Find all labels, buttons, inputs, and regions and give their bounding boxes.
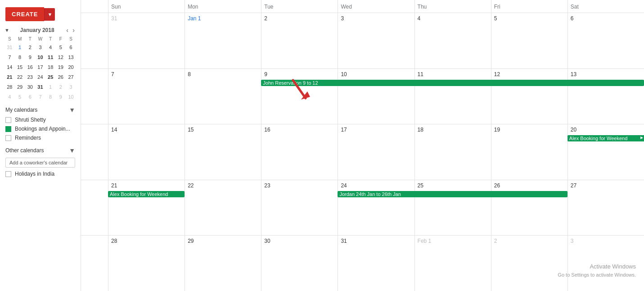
calendar-day-cell[interactable]: 26 [491, 180, 567, 236]
mini-cal-day[interactable]: 14 [5, 62, 15, 72]
calendar-day-cell[interactable]: 15 [185, 124, 261, 180]
mini-cal-day[interactable]: 21 [5, 72, 15, 82]
my-calendars-dropdown[interactable]: ▼ [69, 106, 75, 114]
mini-cal-day[interactable]: 27 [66, 72, 76, 82]
mini-cal-day[interactable]: 22 [15, 72, 25, 82]
mini-cal-day[interactable]: 20 [66, 62, 76, 72]
calendar-bookings[interactable]: Bookings and Appoin... [0, 124, 81, 133]
calendar-day-cell[interactable]: 2 [491, 236, 567, 291]
create-button[interactable]: CREATE [5, 7, 44, 21]
mini-cal-next[interactable]: › [71, 27, 76, 34]
calendar-shruti-shetty[interactable]: Shruti Shetty [0, 115, 81, 124]
calendar-reminders[interactable]: Reminders [0, 133, 81, 142]
calendar-header: Sun Mon Tue Wed Thu Fri Sat [81, 0, 644, 13]
day-number: 5 [494, 15, 497, 22]
calendar-day-cell[interactable]: 23 [261, 180, 338, 236]
reminders-checkbox[interactable] [5, 135, 11, 141]
mini-cal-day[interactable]: 29 [15, 82, 25, 92]
calendar-day-cell[interactable]: 28 [108, 236, 185, 291]
mini-cal-day[interactable]: 6 [66, 42, 76, 52]
calendar-day-cell[interactable]: 10 [338, 69, 414, 124]
calendar-event[interactable]: Alex Booking for Weekend [108, 191, 185, 197]
mini-cal-day[interactable]: 25 [45, 72, 56, 82]
calendar-day-cell[interactable]: 9 [261, 69, 338, 124]
calendar-day-cell[interactable]: Feb 1 [414, 236, 491, 291]
mini-cal-day[interactable]: 23 [25, 72, 35, 82]
mini-cal-day[interactable]: 3 [66, 82, 76, 92]
calendar-holidays-india[interactable]: Holidays in India [0, 169, 81, 178]
calendar-event[interactable]: John Reservation 9 to 12 [261, 80, 644, 86]
calendar-day-cell[interactable]: 31 [108, 13, 185, 68]
calendar-day-cell[interactable]: 19 [491, 124, 567, 180]
mini-cal-day[interactable]: 26 [56, 72, 66, 82]
calendar-day-cell[interactable]: 18 [414, 124, 491, 180]
mini-cal-day[interactable]: 3 [35, 42, 45, 52]
mini-cal-day[interactable]: 15 [15, 62, 25, 72]
mini-cal-day[interactable]: 7 [5, 52, 15, 62]
calendar-day-cell[interactable]: 12 [491, 69, 567, 124]
mini-cal-day[interactable]: 10 [35, 52, 45, 62]
mini-cal-day[interactable]: 13 [66, 52, 76, 62]
calendar-day-cell[interactable]: 29 [185, 236, 261, 291]
mini-cal-day[interactable]: 1 [45, 82, 56, 92]
mini-cal-day[interactable]: 5 [56, 42, 66, 52]
calendar-day-cell[interactable]: 22 [185, 180, 261, 236]
shruti-checkbox[interactable] [5, 117, 11, 123]
calendar-day-cell[interactable]: 25 [414, 180, 491, 236]
calendar-event[interactable]: Alex Booking for Weekend▶ [567, 135, 644, 141]
mini-cal-day[interactable]: 30 [25, 82, 35, 92]
mini-cal-day[interactable]: 12 [56, 52, 66, 62]
mini-cal-day[interactable]: 18 [45, 62, 56, 72]
calendar-day-cell[interactable]: 21 [108, 180, 185, 236]
mini-cal-day[interactable]: 11 [45, 52, 56, 62]
calendar-day-cell[interactable]: 5 [491, 13, 567, 68]
calendar-day-cell[interactable]: 14 [108, 124, 185, 180]
mini-cal-day[interactable]: 31 [35, 82, 45, 92]
calendar-day-cell[interactable]: 7 [108, 69, 185, 124]
calendar-day-cell[interactable]: 4 [414, 13, 491, 68]
holidays-checkbox[interactable] [5, 171, 11, 177]
my-calendars-section[interactable]: My calendars ▼ [0, 102, 81, 115]
mini-cal-day[interactable]: 4 [45, 42, 56, 52]
calendar-day-cell[interactable]: 16 [261, 124, 338, 180]
add-coworker-button[interactable]: Add a coworker's calendar [5, 158, 75, 168]
mini-cal-day[interactable]: 4 [5, 92, 15, 102]
mini-cal-day[interactable]: 9 [25, 52, 35, 62]
mini-cal-day[interactable]: 8 [45, 92, 56, 102]
mini-cal-prev[interactable]: ‹ [65, 27, 70, 34]
calendar-day-cell[interactable]: 17 [338, 124, 414, 180]
calendar-day-cell[interactable]: 30 [261, 236, 338, 291]
mini-cal-day[interactable]: 31 [5, 42, 15, 52]
calendar-day-cell[interactable]: 3 [567, 236, 644, 291]
calendar-day-cell[interactable]: 8 [185, 69, 261, 124]
mini-cal-day[interactable]: 6 [25, 92, 35, 102]
calendar-day-cell[interactable]: 13 [567, 69, 644, 124]
calendar-event[interactable]: Jordan 24th Jan to 26th Jan [338, 191, 567, 197]
calendar-day-cell[interactable]: 3 [338, 13, 414, 68]
calendar-day-cell[interactable]: 11 [414, 69, 491, 124]
mini-cal-day[interactable]: 5 [15, 92, 25, 102]
calendar-day-cell[interactable]: 24 [338, 180, 414, 236]
other-calendars-section[interactable]: Other calendars ▼ [0, 142, 81, 156]
calendar-day-cell[interactable]: 20 [567, 124, 644, 180]
calendar-day-cell[interactable]: Jan 1 [185, 13, 261, 68]
mini-cal-title[interactable]: January 2018 [20, 27, 54, 33]
other-calendars-dropdown[interactable]: ▼ [69, 147, 75, 154]
mini-cal-day[interactable]: 7 [35, 92, 45, 102]
mini-cal-day[interactable]: 1 [15, 42, 25, 52]
mini-cal-day[interactable]: 17 [35, 62, 45, 72]
calendar-day-cell[interactable]: 27 [567, 180, 644, 236]
mini-cal-day[interactable]: 9 [56, 92, 66, 102]
calendar-day-cell[interactable]: 2 [261, 13, 338, 68]
create-dropdown-arrow[interactable]: ▼ [44, 8, 55, 21]
mini-cal-day[interactable]: 10 [66, 92, 76, 102]
mini-cal-day[interactable]: 2 [25, 42, 35, 52]
mini-cal-day[interactable]: 16 [25, 62, 35, 72]
mini-cal-day[interactable]: 24 [35, 72, 45, 82]
mini-cal-day[interactable]: 2 [56, 82, 66, 92]
calendar-day-cell[interactable]: 6 [567, 13, 644, 68]
mini-cal-day[interactable]: 19 [56, 62, 66, 72]
mini-cal-day[interactable]: 8 [15, 52, 25, 62]
mini-cal-day[interactable]: 28 [5, 82, 15, 92]
calendar-day-cell[interactable]: 31 [338, 236, 414, 291]
